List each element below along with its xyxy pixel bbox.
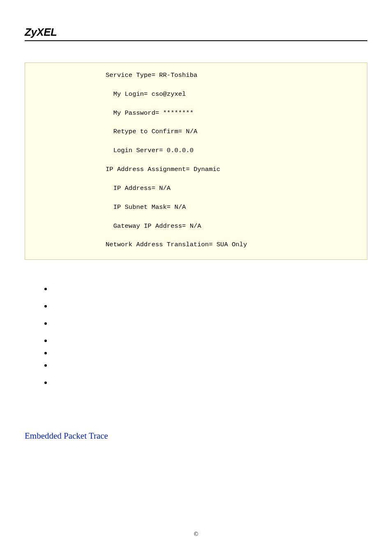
bullet-icon [44,352,47,354]
brand-logo: ZyXEL [25,26,57,39]
bullet-icon [44,288,47,290]
header-divider [25,40,367,41]
bullet-icon [44,322,47,325]
bullet-icon [44,305,47,308]
config-text-box: Service Type= RR-Toshiba My Login= cso@z… [25,62,367,260]
list-item [44,378,367,395]
section-heading: Embedded Packet Trace [25,431,367,441]
list-item [44,302,367,319]
config-line: Service Type= RR-Toshiba [29,72,363,79]
blank-line [29,175,363,183]
bullet-icon [44,382,47,384]
list-item [44,349,367,361]
page-content: ZyXEL Service Type= RR-Toshiba My Login=… [0,0,392,458]
config-line: IP Subnet Mask= N/A [29,204,363,211]
page-footer: © [0,531,392,538]
page-header: ZyXEL [25,25,367,39]
config-line: Network Address Translation= SUA Only [29,241,363,249]
config-line: Gateway IP Address= N/A [29,223,363,230]
config-line: IP Address= N/A [29,185,363,192]
bullet-list [44,284,367,395]
blank-line [29,137,363,146]
list-item [44,284,367,302]
config-line: My Password= ******** [29,110,363,117]
blank-line [29,118,363,127]
list-item [44,361,367,378]
blank-line [29,194,363,202]
config-line: IP Address Assignment= Dynamic [29,166,363,173]
config-line: Retype to Confirm= N/A [29,128,363,136]
bullet-icon [44,364,47,367]
bullet-icon [44,340,47,342]
blank-line [29,213,363,221]
config-line: My Login= cso@zyxel [29,91,363,98]
blank-line [29,81,363,89]
blank-line [29,231,363,240]
blank-line [29,156,363,164]
list-item [44,319,367,336]
blank-line [29,100,363,108]
list-item [44,336,367,349]
config-line: Login Server= 0.0.0.0 [29,147,363,155]
